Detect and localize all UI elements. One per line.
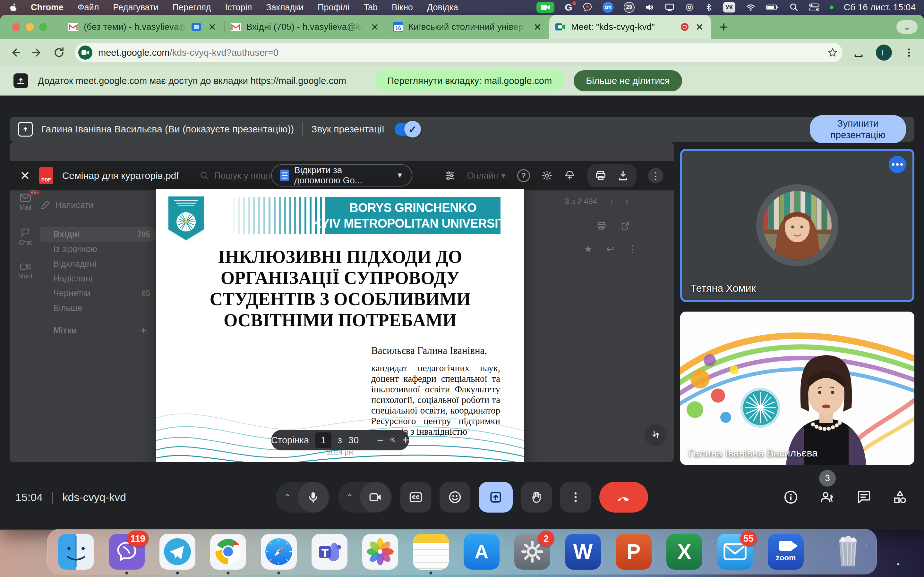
- zoom-status-icon[interactable]: zm: [603, 2, 614, 13]
- menu-tab[interactable]: Tab: [364, 3, 378, 13]
- download-icon[interactable]: [617, 170, 629, 181]
- tab-calendar[interactable]: 16 Київський столичний універ ✕: [387, 15, 549, 39]
- dock-chrome-icon[interactable]: [210, 534, 246, 570]
- next-page-icon[interactable]: ›: [626, 197, 628, 206]
- profile-avatar[interactable]: Г: [876, 45, 892, 61]
- dock-appstore-icon[interactable]: A: [464, 534, 499, 570]
- raise-hand-button[interactable]: [521, 482, 552, 513]
- count-badge-icon[interactable]: 29: [624, 2, 635, 13]
- zoom-magnifier-icon[interactable]: [390, 435, 396, 445]
- zoom-out-button[interactable]: −: [377, 434, 383, 446]
- reactions-button[interactable]: [439, 482, 470, 513]
- menu-profiles[interactable]: Профілі: [318, 3, 349, 13]
- presentation-sound-toggle[interactable]: ✓: [395, 123, 418, 135]
- apple-menu-icon[interactable]: [8, 3, 17, 12]
- menu-chrome[interactable]: Chrome: [31, 3, 63, 13]
- participant-tile-speaking[interactable]: Тетяна Хомик: [680, 149, 914, 302]
- gmail-more-item[interactable]: Більше: [40, 301, 156, 316]
- dock-word-icon[interactable]: W: [565, 534, 601, 570]
- camera-options-chevron[interactable]: ⌃: [339, 492, 360, 502]
- add-label-icon[interactable]: +: [141, 325, 156, 336]
- close-tab-icon[interactable]: ✕: [694, 21, 706, 33]
- close-tab-icon[interactable]: ✕: [531, 21, 543, 33]
- close-window-button[interactable]: [12, 23, 20, 31]
- menu-view[interactable]: Перегляд: [173, 3, 211, 13]
- end-call-button[interactable]: [599, 482, 648, 513]
- close-tab-icon[interactable]: ✕: [369, 21, 381, 33]
- gmail-snoozed-item[interactable]: Відкладені: [40, 256, 156, 271]
- minimize-window-button[interactable]: [26, 23, 34, 31]
- gmail-compose-button[interactable]: Написати: [40, 196, 156, 214]
- volume-icon[interactable]: [645, 3, 654, 12]
- pdf-more-menu-icon[interactable]: ⋮: [648, 168, 664, 183]
- captions-button[interactable]: [401, 482, 431, 513]
- dock-excel-icon[interactable]: X: [666, 534, 702, 570]
- dock-viber-icon[interactable]: 119: [109, 534, 145, 570]
- dock-teams-icon[interactable]: [312, 534, 347, 570]
- meeting-details-button[interactable]: [783, 490, 798, 504]
- present-button-active[interactable]: [479, 482, 513, 513]
- close-pdf-icon[interactable]: ✕: [20, 169, 30, 183]
- settings-gear-icon[interactable]: [541, 170, 552, 181]
- dock-trash-icon[interactable]: [830, 534, 866, 570]
- close-tab-icon[interactable]: ✕: [206, 21, 218, 33]
- dock-photos-icon[interactable]: [362, 534, 398, 570]
- address-bar[interactable]: meet.google.com/kds-cvyq-kvd?authuser=0: [75, 43, 843, 62]
- view-shared-tab-button[interactable]: Переглянути вкладку: mail.google.com: [375, 70, 564, 91]
- camera-button[interactable]: [360, 482, 391, 513]
- tile-options-button[interactable]: [889, 156, 906, 173]
- people-button[interactable]: 3: [819, 490, 835, 504]
- control-center-icon[interactable]: [809, 3, 819, 12]
- browser-menu-icon[interactable]: [903, 47, 914, 58]
- rail-mail[interactable]: Mail: [19, 193, 31, 211]
- viber-status-icon[interactable]: [583, 3, 592, 12]
- dock-mail-icon[interactable]: 55: [717, 534, 753, 570]
- stop-presentation-button[interactable]: Зупинити презентацію: [810, 115, 906, 143]
- menu-window[interactable]: Вікно: [392, 3, 413, 13]
- zoom-in-button[interactable]: +: [402, 434, 409, 447]
- print-icon[interactable]: [595, 170, 606, 181]
- bluetooth-icon[interactable]: [704, 3, 713, 12]
- activities-button[interactable]: [893, 490, 907, 504]
- menubar-clock[interactable]: Сб 16 лист. 15:04: [844, 2, 916, 13]
- airplay-circles-icon[interactable]: [685, 3, 694, 12]
- dock-finder-icon[interactable]: [58, 534, 94, 570]
- dock-notes-icon[interactable]: [413, 534, 449, 570]
- rail-meet[interactable]: Meet: [18, 263, 32, 280]
- bookmark-star-icon[interactable]: [827, 47, 838, 58]
- back-button[interactable]: [10, 47, 21, 58]
- swap-layout-button[interactable]: [646, 425, 666, 444]
- participant-tile-presenter[interactable]: Галина Іванівна Васильєва: [680, 311, 914, 465]
- google-status-icon[interactable]: G: [565, 2, 572, 13]
- help-icon[interactable]: ?: [517, 169, 530, 182]
- fullscreen-window-button[interactable]: [39, 23, 47, 31]
- display-mirroring-icon[interactable]: [665, 3, 674, 12]
- menu-history[interactable]: Історія: [225, 3, 252, 13]
- tab-meet-active[interactable]: Meet: "kds-cvyq-kvd" ✕: [549, 15, 711, 39]
- battery-icon[interactable]: [766, 3, 779, 12]
- spotlight-search-icon[interactable]: [789, 3, 799, 12]
- tab-gmail-inbox[interactable]: Вхідні (705) - h.vasylieva@ku ✕: [225, 15, 387, 39]
- prev-page-icon[interactable]: ‹: [610, 197, 613, 206]
- tune-filters-icon[interactable]: [445, 170, 456, 181]
- new-tab-button[interactable]: +: [720, 19, 728, 35]
- menu-bookmarks[interactable]: Закладки: [266, 3, 304, 13]
- input-source-icon[interactable]: УК: [723, 2, 735, 13]
- tab-search-chevron-button[interactable]: ⌄: [897, 20, 918, 34]
- dock-safari-icon[interactable]: [261, 534, 297, 570]
- menu-file[interactable]: Файл: [78, 3, 99, 13]
- dock-settings-icon[interactable]: 2: [514, 534, 550, 570]
- reload-button[interactable]: [53, 47, 65, 58]
- dock-telegram-icon[interactable]: [160, 534, 195, 570]
- more-options-button[interactable]: [560, 482, 591, 513]
- mic-options-chevron[interactable]: ⌃: [277, 492, 298, 502]
- gmail-sent-item[interactable]: Надіслані: [40, 271, 156, 286]
- stop-sharing-button[interactable]: Більше не ділитися: [573, 70, 682, 91]
- mic-button[interactable]: [298, 482, 328, 513]
- page-number-input[interactable]: 1: [315, 432, 331, 448]
- tab-gmail-compose[interactable]: (без теми) - h.vasylieva@ ✕: [62, 15, 224, 39]
- wifi-icon[interactable]: [746, 3, 756, 12]
- chat-button[interactable]: [857, 490, 871, 504]
- tab-capture-camera-icon[interactable]: [78, 45, 92, 60]
- gmail-starred-item[interactable]: Із зірочкою: [40, 242, 156, 256]
